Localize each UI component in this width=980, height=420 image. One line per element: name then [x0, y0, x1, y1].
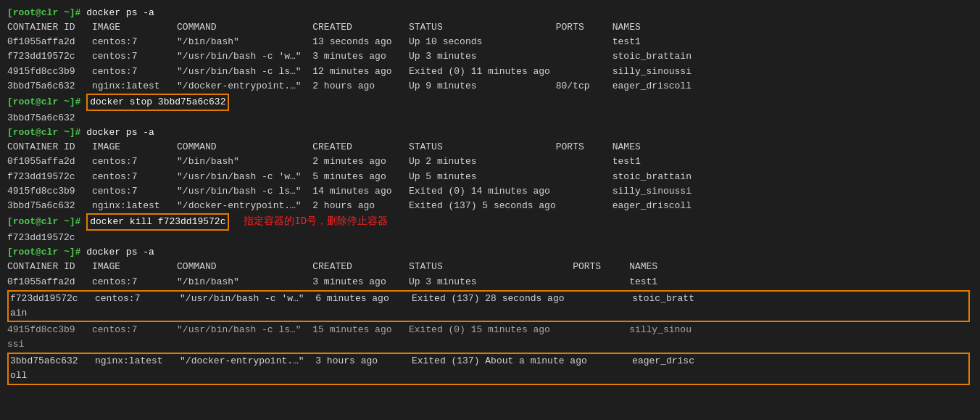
section4: [root@clr ~]# docker kill f723dd19572c指定… — [7, 213, 973, 245]
stop-output: 3bbd75a6c632 — [7, 111, 973, 125]
section5: [root@clr ~]# docker ps -a CONTAINER ID … — [7, 245, 973, 385]
row-1-4: 3bbd75a6c632 nginx:latest "/docker-entry… — [7, 79, 973, 94]
cmd-kill-box: docker kill f723dd19572c — [86, 213, 229, 231]
row-3-4: 3bbd75a6c632 nginx:latest "/docker-entry… — [7, 199, 973, 213]
row-3-2: f723dd19572c centos:7 "/usr/bin/bash -c … — [7, 170, 973, 184]
prompt-4: [root@clr ~]# — [7, 215, 86, 229]
section2: [root@clr ~]# docker stop 3bbd75a6c632 3… — [7, 94, 973, 125]
section3: [root@clr ~]# docker ps -a CONTAINER ID … — [7, 125, 973, 213]
header-5: CONTAINER ID IMAGE COMMAND CREATED STATU… — [7, 260, 973, 274]
prompt-line-2: [root@clr ~]# docker stop 3bbd75a6c632 — [7, 94, 973, 111]
header-3: CONTAINER ID IMAGE COMMAND CREATED STATU… — [7, 140, 973, 155]
terminal: [root@clr ~]# docker ps -a CONTAINER ID … — [7, 6, 973, 386]
row-3-1: 0f1055affa2d centos:7 "/bin/bash" 2 minu… — [7, 155, 973, 169]
row-5-4-highlighted: 3bbd75a6c632 nginx:latest "/docker-entry… — [7, 353, 970, 384]
row-5-2-highlighted: f723dd19572c centos:7 "/usr/bin/bash -c … — [7, 290, 970, 322]
prompt-5: [root@clr ~]# — [7, 245, 86, 260]
row-1-2: f723dd19572c centos:7 "/usr/bin/bash -c … — [7, 49, 973, 64]
cmd-5: docker ps -a — [86, 245, 154, 260]
prompt-line-5: [root@clr ~]# docker ps -a — [7, 245, 973, 260]
header-1: CONTAINER ID IMAGE COMMAND CREATED STATU… — [7, 20, 973, 35]
cmd-3: docker ps -a — [86, 125, 154, 140]
row-5-1: 0f1055affa2d centos:7 "/bin/bash" 3 minu… — [7, 275, 973, 289]
prompt-3: [root@clr ~]# — [7, 125, 86, 140]
row-3-3: 4915fd8cc3b9 centos:7 "/usr/bin/bash -c … — [7, 184, 973, 199]
cmd-1: docker ps -a — [86, 6, 154, 20]
prompt-1: [root@clr ~]# — [7, 6, 86, 20]
section1: [root@clr ~]# docker ps -a CONTAINER ID … — [7, 6, 973, 94]
row-1-1: 0f1055affa2d centos:7 "/bin/bash" 13 sec… — [7, 35, 973, 49]
row-5-3: 4915fd8cc3b9 centos:7 "/usr/bin/bash -c … — [7, 323, 973, 352]
prompt-2: [root@clr ~]# — [7, 95, 86, 110]
row-1-3: 4915fd8cc3b9 centos:7 "/usr/bin/bash -c … — [7, 65, 973, 79]
annotation-kill: 指定容器的ID号，删除停止容器 — [244, 214, 388, 230]
prompt-line-1: [root@clr ~]# docker ps -a — [7, 6, 973, 20]
kill-output: f723dd19572c — [7, 231, 973, 245]
prompt-line-3: [root@clr ~]# docker ps -a — [7, 125, 973, 140]
prompt-line-4: [root@clr ~]# docker kill f723dd19572c指定… — [7, 213, 973, 231]
cmd-stop-box: docker stop 3bbd75a6c632 — [86, 94, 229, 111]
